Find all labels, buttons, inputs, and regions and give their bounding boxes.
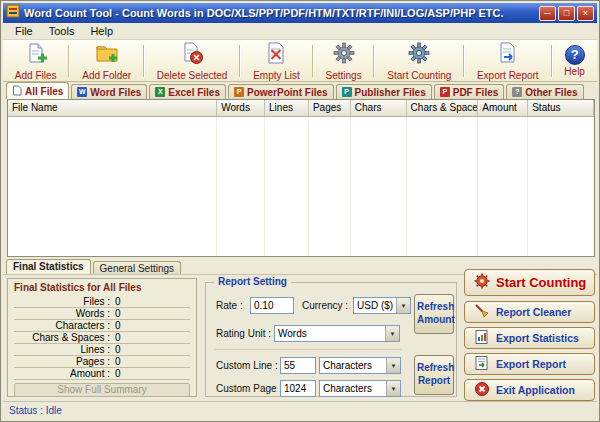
toolbar-separator	[551, 45, 553, 77]
custom-page-unit-value: Characters	[320, 383, 386, 394]
rate-label: Rate :	[216, 300, 243, 311]
table-column	[217, 117, 265, 256]
stat-row-files: Files : 0	[14, 296, 190, 308]
tab-excel-files[interactable]: X Excel Files	[149, 84, 226, 99]
excel-file-icon: X	[155, 87, 165, 97]
toolbar-label: Help	[564, 66, 585, 77]
start-counting-button[interactable]: Start Counting	[464, 269, 595, 296]
tab-general-settings[interactable]: General Settings	[93, 261, 182, 275]
status-text: Status : Idle	[9, 405, 62, 416]
tab-final-statistics[interactable]: Final Statistics	[6, 259, 91, 275]
toolbar-add-files[interactable]: Add Files	[11, 40, 61, 82]
tab-label: Other Files	[525, 87, 577, 98]
refresh-report-button[interactable]: Refresh Report	[414, 355, 454, 395]
table-column	[351, 117, 407, 256]
rating-unit-select[interactable]: Words ▼	[274, 325, 400, 342]
stat-label: Amount :	[14, 368, 110, 379]
report-setting-panel: Report Setting Rate : Currency : USD ($)…	[205, 282, 457, 397]
menu-help[interactable]: Help	[82, 24, 121, 38]
app-window: Word Count Tool - Count Words in DOC/XLS…	[0, 0, 600, 422]
menu-tools[interactable]: Tools	[41, 24, 83, 38]
tab-publisher-files[interactable]: P Publisher Files	[336, 84, 432, 99]
maximize-icon[interactable]: □	[558, 6, 575, 21]
custom-page-label: Custom Page :	[216, 383, 282, 394]
close-icon[interactable]: ×	[577, 6, 594, 21]
stat-label: Chars & Spaces :	[14, 332, 110, 343]
report-cleaner-button[interactable]: Report Cleaner	[464, 301, 595, 323]
status-bar: Status : Idle	[3, 401, 597, 419]
rate-input[interactable]	[250, 297, 294, 314]
table-column	[8, 117, 217, 256]
file-type-tabs: All Files W Word Files X Excel Files P P…	[6, 82, 597, 99]
column-header-lines[interactable]: Lines	[265, 100, 309, 116]
tab-pdf-files[interactable]: P PDF Files	[434, 84, 505, 99]
report-setting-title: Report Setting	[214, 276, 291, 287]
file-list-table[interactable]: File Name Words Lines Pages Chars Chars …	[7, 99, 595, 257]
toolbar-help[interactable]: ? Help	[560, 44, 589, 78]
custom-page-input[interactable]	[280, 380, 316, 397]
custom-page-unit-select[interactable]: Characters ▼	[319, 380, 401, 397]
menu-file[interactable]: File	[7, 24, 41, 38]
toolbar-delete-selected[interactable]: Delete Selected	[153, 40, 232, 82]
tab-label: PowerPoint Files	[247, 87, 328, 98]
custom-line-label: Custom Line :	[216, 360, 278, 371]
column-header-chars-spaces[interactable]: Chars & Spaces	[407, 100, 479, 116]
toolbar-export-report[interactable]: Export Report	[473, 40, 543, 82]
currency-label: Currency :	[302, 300, 348, 311]
window-title: Word Count Tool - Count Words in DOC/XLS…	[24, 7, 535, 19]
chevron-down-icon: ▼	[386, 358, 400, 373]
toolbar-label: Empty List	[253, 70, 300, 81]
stat-row-lines: Lines : 0	[14, 344, 190, 356]
tab-all-files[interactable]: All Files	[6, 82, 69, 99]
toolbar-start-counting[interactable]: Start Counting	[383, 40, 455, 82]
toolbar-label: Add Files	[15, 70, 57, 81]
toolbar-label: Settings	[326, 70, 362, 81]
export-statistics-button[interactable]: Export Statistics	[464, 327, 595, 349]
toolbar-separator	[312, 45, 314, 77]
table-column	[407, 117, 479, 256]
stat-value: 0	[115, 356, 121, 367]
refresh-amount-button[interactable]: Refresh Amount	[414, 294, 454, 334]
title-bar[interactable]: Word Count Tool - Count Words in DOC/XLS…	[3, 3, 597, 23]
custom-line-input[interactable]	[280, 357, 316, 374]
column-header-amount[interactable]: Amount	[478, 100, 528, 116]
stat-value: 0	[115, 296, 121, 307]
broom-icon	[474, 303, 490, 321]
toolbar-add-folder[interactable]: Add Folder	[78, 40, 135, 82]
start-counting-icon	[407, 41, 431, 69]
custom-line-unit-value: Characters	[320, 360, 386, 371]
toolbar-settings[interactable]: Settings	[322, 40, 366, 82]
chart-page-icon	[474, 329, 490, 347]
custom-line-unit-select[interactable]: Characters ▼	[319, 357, 401, 374]
column-header-file-name[interactable]: File Name	[8, 100, 217, 116]
export-report-icon	[496, 41, 520, 69]
minimize-icon[interactable]: ─	[539, 6, 556, 21]
exit-application-button[interactable]: Exit Application	[464, 379, 595, 401]
stat-value: 0	[115, 368, 121, 379]
tab-powerpoint-files[interactable]: P PowerPoint Files	[228, 84, 334, 99]
rating-unit-value: Words	[275, 328, 385, 339]
add-folder-icon	[95, 41, 119, 69]
show-full-summary-button[interactable]: Show Full Summary	[14, 383, 190, 397]
toolbar-empty-list[interactable]: Empty List	[249, 40, 304, 82]
tab-other-files[interactable]: ? Other Files	[506, 84, 583, 99]
export-report-button[interactable]: Export Report	[464, 353, 595, 375]
stat-label: Files :	[14, 296, 110, 307]
column-header-status[interactable]: Status	[528, 100, 594, 116]
toolbar-separator	[373, 45, 375, 77]
column-header-chars[interactable]: Chars	[351, 100, 407, 116]
tab-label: All Files	[25, 86, 63, 97]
stat-row-pages: Pages : 0	[14, 356, 190, 368]
stat-label: Characters :	[14, 320, 110, 331]
stat-label: Words :	[14, 308, 110, 319]
stat-row-amount: Amount : 0	[14, 368, 190, 380]
toolbar-label: Add Folder	[82, 70, 131, 81]
currency-select[interactable]: USD ($) ▼	[353, 297, 411, 314]
button-label: Export Statistics	[496, 332, 579, 344]
column-header-pages[interactable]: Pages	[309, 100, 351, 116]
bottom-tabs: Final Statistics General Settings	[6, 259, 181, 275]
table-body-empty[interactable]	[8, 117, 594, 256]
column-header-words[interactable]: Words	[217, 100, 265, 116]
toolbar-separator	[463, 45, 465, 77]
tab-word-files[interactable]: W Word Files	[71, 84, 147, 99]
